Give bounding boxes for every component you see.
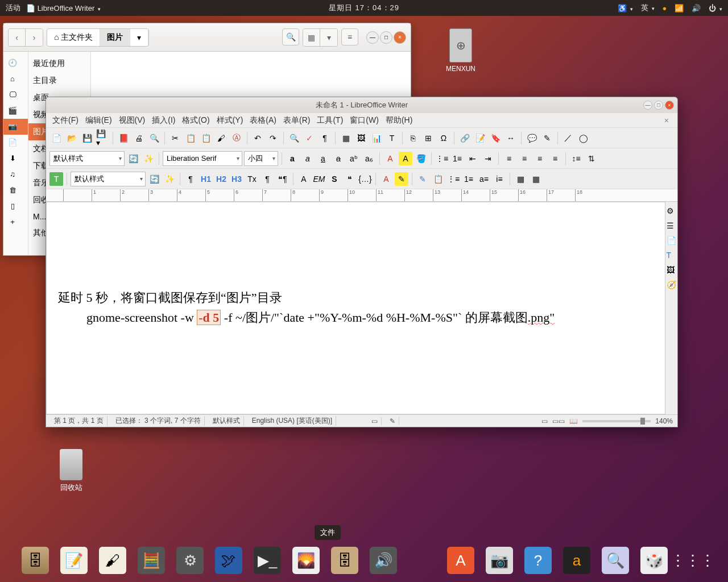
- para-spacing-icon[interactable]: ⇅: [585, 152, 598, 165]
- view-multi-icon[interactable]: ▭▭: [552, 417, 565, 425]
- status-page[interactable]: 第 1 页，共 1 页: [51, 416, 107, 426]
- outdent-icon[interactable]: ⇤: [466, 152, 479, 165]
- sb-home[interactable]: 主目录: [28, 72, 90, 89]
- highlight-icon[interactable]: A: [399, 152, 412, 165]
- nonprinting-icon[interactable]: ¶: [318, 131, 332, 145]
- sb-home-icon[interactable]: ⌂: [3, 71, 28, 87]
- bookmark-icon[interactable]: 🔖: [489, 131, 502, 145]
- clone-format-icon[interactable]: 🖌: [214, 131, 228, 145]
- status-style[interactable]: 默认样式: [209, 416, 244, 426]
- sb-documents-icon[interactable]: 📄: [3, 135, 28, 151]
- writer-maximize-button[interactable]: □: [654, 101, 663, 110]
- paste-icon[interactable]: 📋: [199, 131, 213, 145]
- dock-paint-icon[interactable]: 🖌: [99, 547, 126, 574]
- path-home[interactable]: ⌂ 主文件夹: [47, 29, 100, 46]
- view-book-icon[interactable]: 📖: [569, 417, 578, 425]
- update-style-icon[interactable]: 🔄: [126, 152, 140, 165]
- menu-styles[interactable]: 样式(Y): [214, 114, 246, 127]
- dock-music-icon[interactable]: 🔊: [370, 547, 397, 574]
- a-button[interactable]: A: [297, 172, 311, 186]
- sb-drive-icon[interactable]: ▯: [3, 198, 28, 214]
- sb-pictures-icon[interactable]: 📷: [3, 119, 28, 135]
- new-icon[interactable]: 📄: [49, 131, 63, 145]
- dock-show-apps-icon[interactable]: ⋮⋮⋮: [679, 547, 706, 574]
- menu-format[interactable]: 格式(O): [179, 114, 212, 127]
- preview-icon[interactable]: 🔍: [147, 131, 161, 145]
- status-selection-mode[interactable]: ▭: [368, 417, 382, 425]
- list3-icon[interactable]: a≡: [477, 172, 491, 186]
- activities-button[interactable]: 活动: [6, 3, 20, 13]
- sb-desktop-icon[interactable]: 🖵: [3, 87, 28, 103]
- table-icon[interactable]: ▦: [339, 131, 353, 145]
- menu-file[interactable]: 文件(F): [49, 114, 81, 127]
- sb-downloads-icon[interactable]: ⬇: [3, 151, 28, 167]
- sb-videos-icon[interactable]: 🎬: [3, 103, 28, 119]
- pagebreak-icon[interactable]: ⎘: [406, 131, 420, 145]
- status-language[interactable]: English (USA) [英语(美国)]: [249, 416, 336, 426]
- search-button[interactable]: 🔍: [282, 28, 299, 45]
- writer-close-button[interactable]: ×: [665, 101, 674, 110]
- maximize-button[interactable]: □: [380, 31, 392, 44]
- footnote-icon[interactable]: 📝: [473, 131, 487, 145]
- print-icon[interactable]: 🖨: [132, 131, 146, 145]
- writer-titlebar[interactable]: 未命名 1 - LibreOffice Writer — □ ×: [46, 97, 677, 113]
- path-dropdown[interactable]: ▾: [130, 30, 148, 45]
- accessibility-icon[interactable]: ♿ ▾: [618, 4, 633, 13]
- spellcheck-icon[interactable]: ✓: [303, 131, 316, 145]
- undo-icon[interactable]: ↶: [251, 131, 264, 145]
- field-icon[interactable]: ⊞: [421, 131, 435, 145]
- update-char-icon[interactable]: 🔄: [147, 172, 161, 186]
- numbering-icon[interactable]: 1≡: [450, 152, 464, 165]
- quote-icon[interactable]: ❝¶: [276, 172, 289, 186]
- sidebar-properties-icon[interactable]: ☰: [667, 221, 677, 231]
- h1-button[interactable]: H1: [199, 172, 213, 186]
- dock-texteditor-icon[interactable]: 📝: [60, 547, 88, 574]
- sidebar-navigator-icon[interactable]: 🧭: [667, 280, 677, 290]
- crossref-icon[interactable]: ↔: [504, 131, 518, 145]
- chart-icon[interactable]: 📊: [370, 131, 383, 145]
- h3-button[interactable]: H3: [230, 172, 243, 186]
- list4-icon[interactable]: i≡: [493, 172, 506, 186]
- dock-files-icon[interactable]: 🗄: [22, 547, 49, 574]
- cut-icon[interactable]: ✂: [168, 131, 182, 145]
- dock-calculator-icon[interactable]: 🧮: [138, 547, 165, 574]
- indent-icon[interactable]: ⇥: [481, 152, 495, 165]
- desktop-usb-icon[interactable]: MENXUN: [444, 28, 478, 73]
- open-icon[interactable]: 📂: [65, 131, 78, 145]
- linespacing-icon[interactable]: ↕≡: [569, 152, 583, 165]
- h2-button[interactable]: H2: [214, 172, 228, 186]
- horizontal-ruler[interactable]: 123 4567 891011 12131415 161718: [46, 189, 677, 202]
- sidebar-page-icon[interactable]: 📄: [667, 236, 677, 246]
- tool2-icon[interactable]: 📋: [431, 172, 445, 186]
- new-style-icon[interactable]: ✨: [142, 152, 155, 165]
- nav-back-button[interactable]: ‹: [9, 29, 26, 46]
- textbox-icon[interactable]: T: [385, 131, 399, 145]
- align-right-icon[interactable]: ≡: [533, 152, 547, 165]
- menu-help[interactable]: 帮助(H): [383, 114, 415, 127]
- saveas-icon[interactable]: 💾▾: [96, 131, 109, 145]
- font-color-icon[interactable]: A: [383, 152, 397, 165]
- minimize-button[interactable]: —: [366, 31, 379, 44]
- red-a-icon[interactable]: A: [379, 172, 393, 186]
- path-pictures[interactable]: 图片: [100, 29, 130, 46]
- s-button[interactable]: S: [328, 172, 341, 186]
- em-button[interactable]: EM: [312, 172, 326, 186]
- desktop-trash-icon[interactable]: 回收站: [54, 449, 88, 493]
- tx-button[interactable]: Tx: [245, 172, 259, 186]
- font-size-combo[interactable]: 小四: [244, 151, 278, 166]
- menu-view[interactable]: 视图(V): [116, 114, 148, 127]
- menu-table[interactable]: 表格(A): [247, 114, 279, 127]
- superscript-icon[interactable]: aᵇ: [347, 152, 361, 165]
- dock-camera-icon[interactable]: 📷: [486, 547, 513, 574]
- trackchanges-icon[interactable]: ✎: [540, 131, 554, 145]
- volume-icon[interactable]: 🔊: [692, 4, 701, 13]
- font-name-combo[interactable]: Liberation Serif: [163, 151, 242, 166]
- dock-software-icon[interactable]: A: [447, 547, 474, 574]
- yellow-icon[interactable]: ✎: [395, 172, 408, 186]
- char-style-combo[interactable]: 默认样式: [71, 172, 146, 186]
- dock-rubiks-icon[interactable]: 🎲: [640, 547, 668, 574]
- clear-format-icon[interactable]: Ⓐ: [230, 131, 243, 145]
- zoom-level[interactable]: 140%: [655, 417, 673, 425]
- code-icon[interactable]: {…}: [358, 172, 372, 186]
- image-icon[interactable]: 🖼: [354, 131, 368, 145]
